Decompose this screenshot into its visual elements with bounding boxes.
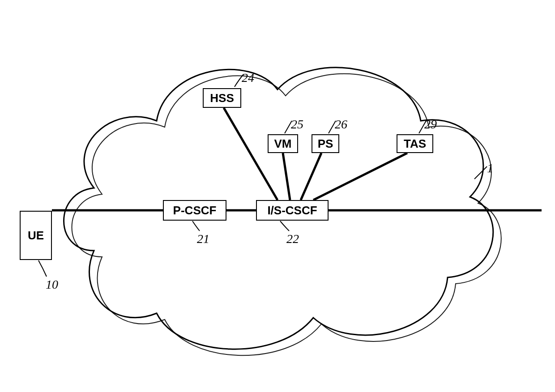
edge-iscscf-ps (301, 153, 321, 200)
node-hss: HSS (203, 88, 241, 108)
node-hss-label: HSS (210, 91, 234, 105)
node-ps-label: PS (318, 137, 333, 151)
ref-hss: 24 (242, 71, 254, 85)
node-ue: UE (20, 211, 52, 260)
ref-tas: 29 (424, 117, 437, 132)
edge-iscscf-vm (283, 153, 290, 200)
edge-iscscf-tas (313, 153, 407, 200)
node-vm: VM (268, 134, 298, 153)
node-vm-label: VM (274, 137, 292, 151)
node-iscscf: I/S-CSCF (256, 200, 329, 221)
node-ps: PS (312, 134, 339, 153)
edge-iscscf-hss (224, 108, 278, 200)
ref-iscscf: 22 (286, 232, 299, 246)
diagram-stage: { "chart_data": { "type": "network-diagr… (0, 0, 555, 392)
node-tas-label: TAS (404, 137, 426, 151)
node-pcscf-label: P-CSCF (173, 204, 217, 217)
ref-cloud: 1 (487, 161, 493, 175)
ref-pcscf: 21 (197, 232, 209, 246)
node-tas: TAS (397, 134, 433, 153)
node-pcscf: P-CSCF (163, 200, 226, 221)
ref-ps: 26 (335, 117, 347, 132)
ref-vm: 25 (291, 117, 303, 132)
diagram-svg (0, 0, 555, 392)
node-ue-label: UE (28, 229, 44, 243)
ref-ue: 10 (46, 277, 58, 292)
node-iscscf-label: I/S-CSCF (267, 204, 317, 217)
